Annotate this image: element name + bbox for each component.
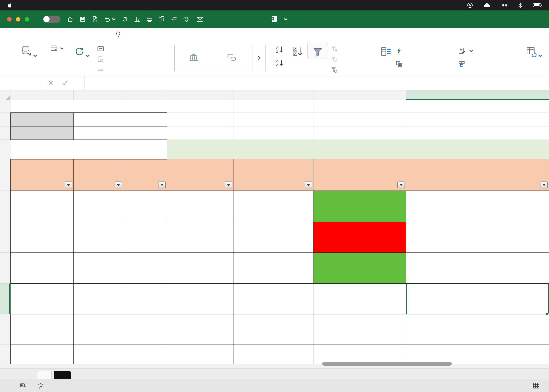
spelling-icon[interactable]: ABC: [183, 16, 190, 22]
cell-V6[interactable]: [406, 191, 549, 222]
row-header-10[interactable]: [0, 315, 10, 345]
flash-fill-button[interactable]: [396, 48, 404, 54]
autosave-toggle[interactable]: [43, 16, 61, 23]
cell-T7[interactable]: [233, 222, 313, 253]
cell-C9[interactable]: [123, 284, 167, 315]
volume-icon[interactable]: [501, 2, 508, 8]
sort-descending-button[interactable]: ZA: [276, 59, 284, 67]
col-header-B[interactable]: [74, 91, 123, 100]
queries-connections-button[interactable]: [97, 46, 106, 52]
header-samples[interactable]: [233, 159, 313, 191]
date-label-cell[interactable]: [10, 126, 74, 140]
cell-S7[interactable]: [167, 222, 233, 253]
cell-V7[interactable]: [406, 222, 549, 253]
cell-T6[interactable]: [233, 191, 313, 222]
col-header-T[interactable]: [233, 91, 313, 100]
gallery-more-button[interactable]: [252, 44, 265, 72]
cell-B7[interactable]: [74, 222, 123, 253]
cell-V11[interactable]: [406, 345, 549, 364]
clear-filter-button[interactable]: [331, 46, 340, 52]
mail-icon[interactable]: [197, 17, 203, 22]
cancel-entry-button[interactable]: [49, 80, 53, 86]
cell-U8[interactable]: [313, 253, 406, 284]
title-dropdown-icon[interactable]: [284, 17, 288, 21]
cell-S8[interactable]: [167, 253, 233, 284]
horizontal-scrollbar[interactable]: [322, 362, 452, 366]
cell-A7[interactable]: [10, 222, 74, 253]
keyboard-mode-icon[interactable]: [20, 383, 27, 388]
row-header-3[interactable]: [0, 126, 10, 140]
company-name-input-cell[interactable]: [74, 112, 167, 126]
cell-U3[interactable]: [313, 126, 406, 140]
cell-C8[interactable]: [123, 253, 167, 284]
row-header-6[interactable]: [0, 191, 10, 222]
properties-button[interactable]: [97, 56, 106, 63]
cell-T10[interactable]: [233, 315, 313, 345]
col-header-A[interactable]: [10, 91, 74, 100]
cell-V3[interactable]: [406, 126, 549, 140]
col-header-U[interactable]: [313, 91, 406, 100]
cell-S9[interactable]: [167, 284, 233, 315]
cell-S2[interactable]: [167, 112, 233, 126]
sheet-title-cell[interactable]: [10, 100, 167, 112]
col-header-S[interactable]: [167, 91, 233, 100]
cell-B11[interactable]: [74, 345, 123, 364]
cell-A9[interactable]: [10, 284, 74, 315]
accessibility-status[interactable]: [37, 383, 46, 389]
cell-T11[interactable]: [233, 345, 313, 364]
cell-V8[interactable]: [406, 253, 549, 284]
consolidate-button[interactable]: [458, 61, 467, 67]
currencies-data-type[interactable]: [213, 44, 250, 72]
row-header-4[interactable]: [0, 140, 10, 159]
filter-dropdown-risk-no[interactable]: [158, 182, 166, 189]
cell-B8[interactable]: [74, 253, 123, 284]
cell-B6[interactable]: [74, 191, 123, 222]
row-header-1[interactable]: [0, 100, 10, 112]
filter-dropdown-samples[interactable]: [305, 182, 312, 189]
bluetooth-icon[interactable]: [518, 2, 522, 8]
row-header-9[interactable]: [0, 284, 10, 315]
row-header-5[interactable]: [0, 159, 10, 191]
sort-button[interactable]: ZA: [289, 44, 306, 57]
new-sheet-icon[interactable]: [92, 16, 98, 22]
cell-U6[interactable]: [313, 191, 406, 222]
cell-T3[interactable]: [233, 126, 313, 140]
cell-S10[interactable]: [167, 315, 233, 345]
apple-menu-icon[interactable]: [7, 2, 12, 8]
row-header-2[interactable]: [0, 112, 10, 126]
cell-V1[interactable]: [406, 100, 549, 112]
filter-dropdown-result[interactable]: [397, 182, 405, 189]
cell-U10[interactable]: [313, 315, 406, 345]
header-comments[interactable]: [406, 159, 549, 191]
row-header-11[interactable]: [0, 345, 10, 364]
cell-T9[interactable]: [233, 284, 313, 315]
filter-button[interactable]: [307, 43, 328, 59]
what-if-analysis-button[interactable]: [521, 44, 547, 57]
cell-U7[interactable]: [313, 222, 406, 253]
sheet-tab-reference[interactable]: [54, 371, 71, 379]
cell-U1[interactable]: [313, 100, 406, 112]
filter-dropdown-evaluated[interactable]: [225, 182, 232, 189]
cell-C11[interactable]: [123, 345, 167, 364]
company-name-label-cell[interactable]: [10, 112, 74, 126]
header-business-unit[interactable]: [74, 159, 123, 191]
select-all-corner[interactable]: [0, 91, 10, 100]
cell-B10[interactable]: [74, 315, 123, 345]
col-header-C[interactable]: [123, 91, 167, 100]
cell-B9[interactable]: [74, 284, 123, 315]
cell-A6[interactable]: [10, 191, 74, 222]
cell-S11[interactable]: [167, 345, 233, 364]
print-icon[interactable]: [146, 16, 153, 22]
cell-A8[interactable]: [10, 253, 74, 284]
cell-T1[interactable]: [233, 100, 313, 112]
new-database-query-button[interactable]: [50, 45, 64, 52]
remove-duplicates-button[interactable]: [396, 61, 404, 67]
sheet-tab-template[interactable]: [37, 371, 52, 379]
cell-U11[interactable]: [313, 345, 406, 364]
refresh-all-button[interactable]: [71, 44, 92, 57]
formula-input[interactable]: [85, 77, 549, 90]
save-icon[interactable]: [79, 16, 86, 22]
cell-T8[interactable]: [233, 253, 313, 284]
filter-dropdown-business-area[interactable]: [65, 182, 72, 189]
filter-dropdown-business-unit[interactable]: [115, 182, 122, 189]
